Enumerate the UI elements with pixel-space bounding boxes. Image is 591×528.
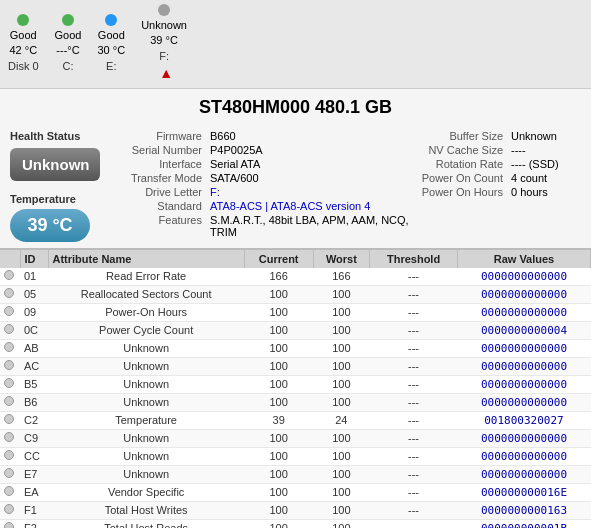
row-raw: 0000000000000 bbox=[457, 447, 590, 465]
health-section: Health Status Unknown Temperature 39 °C bbox=[10, 130, 110, 242]
key-powerhours: Power On Hours bbox=[421, 186, 511, 198]
info-row-features: Features S.M.A.R.T., 48bit LBA, APM, AAM… bbox=[120, 214, 411, 238]
row-name: Temperature bbox=[48, 411, 244, 429]
key-features: Features bbox=[120, 214, 210, 226]
row-worst: 100 bbox=[313, 303, 369, 321]
row-name: Total Host Reads bbox=[48, 519, 244, 528]
table-row: AB Unknown 100 100 --- 0000000000000 bbox=[0, 339, 591, 357]
table-row: 05 Reallocated Sectors Count 100 100 ---… bbox=[0, 285, 591, 303]
row-name: Unknown bbox=[48, 375, 244, 393]
row-threshold: --- bbox=[370, 447, 458, 465]
row-worst: 100 bbox=[313, 285, 369, 303]
disk-label-e: E: bbox=[106, 59, 116, 74]
info-row-interface: Interface Serial ATA bbox=[120, 158, 411, 170]
col-header-current: Current bbox=[244, 250, 313, 268]
health-status-badge: Unknown bbox=[10, 148, 100, 181]
table-row: F1 Total Host Writes 100 100 --- 0000000… bbox=[0, 501, 591, 519]
row-indicator bbox=[0, 321, 20, 339]
val-firmware: B660 bbox=[210, 130, 236, 142]
attributes-table-wrapper: ID Attribute Name Current Worst Threshol… bbox=[0, 248, 591, 528]
key-rotation: Rotation Rate bbox=[421, 158, 511, 170]
table-row: 0C Power Cycle Count 100 100 --- 0000000… bbox=[0, 321, 591, 339]
row-id: EA bbox=[20, 483, 48, 501]
val-buffersize: Unknown bbox=[511, 130, 557, 142]
disk-item-f[interactable]: Unknown 39 °C F: ▲ bbox=[141, 4, 187, 84]
table-header-row: ID Attribute Name Current Worst Threshol… bbox=[0, 250, 591, 268]
row-indicator bbox=[0, 483, 20, 501]
row-threshold: --- bbox=[370, 483, 458, 501]
row-indicator bbox=[0, 447, 20, 465]
row-worst: 24 bbox=[313, 411, 369, 429]
row-worst: 100 bbox=[313, 483, 369, 501]
row-raw: 000000000016E bbox=[457, 483, 590, 501]
col-header-raw: Raw Values bbox=[457, 250, 590, 268]
row-current: 100 bbox=[244, 285, 313, 303]
key-standard: Standard bbox=[120, 200, 210, 212]
disk-label-c: C: bbox=[63, 59, 74, 74]
row-threshold: --- bbox=[370, 339, 458, 357]
info-row-firmware: Firmware B660 bbox=[120, 130, 411, 142]
row-current: 100 bbox=[244, 357, 313, 375]
table-row: B6 Unknown 100 100 --- 0000000000000 bbox=[0, 393, 591, 411]
row-threshold: --- bbox=[370, 429, 458, 447]
disk-label-0: Disk 0 bbox=[8, 59, 39, 74]
row-raw: 0000000000000 bbox=[457, 303, 590, 321]
table-row: EA Vendor Specific 100 100 --- 000000000… bbox=[0, 483, 591, 501]
info-row-powercount: Power On Count 4 count bbox=[421, 172, 581, 184]
row-worst: 100 bbox=[313, 357, 369, 375]
key-interface: Interface bbox=[120, 158, 210, 170]
info-row-buffersize: Buffer Size Unknown bbox=[421, 130, 581, 142]
row-id: B6 bbox=[20, 393, 48, 411]
row-current: 100 bbox=[244, 447, 313, 465]
row-raw: 0000000000000 bbox=[457, 375, 590, 393]
row-name: Unknown bbox=[48, 429, 244, 447]
info-row-powerhours: Power On Hours 0 hours bbox=[421, 186, 581, 198]
row-indicator bbox=[0, 357, 20, 375]
val-driveletter: F: bbox=[210, 186, 220, 198]
row-current: 39 bbox=[244, 411, 313, 429]
row-indicator bbox=[0, 339, 20, 357]
row-current: 100 bbox=[244, 429, 313, 447]
row-worst: 100 bbox=[313, 375, 369, 393]
row-worst: 100 bbox=[313, 393, 369, 411]
disk-item-e[interactable]: Good 30 °C E: bbox=[97, 14, 125, 74]
row-threshold: --- bbox=[370, 321, 458, 339]
status-icon-e bbox=[105, 14, 117, 26]
row-threshold: --- bbox=[370, 501, 458, 519]
disk-temp-e: 30 °C bbox=[97, 43, 125, 58]
row-id: 09 bbox=[20, 303, 48, 321]
row-raw: 0000000000000 bbox=[457, 465, 590, 483]
info-row-driveletter: Drive Letter F: bbox=[120, 186, 411, 198]
disk-item-c[interactable]: Good ---°C C: bbox=[55, 14, 82, 74]
row-worst: 100 bbox=[313, 339, 369, 357]
row-current: 100 bbox=[244, 339, 313, 357]
row-id: F2 bbox=[20, 519, 48, 528]
top-bar: Good 42 °C Disk 0 Good ---°C C: Good 30 … bbox=[0, 0, 591, 89]
col-header-threshold: Threshold bbox=[370, 250, 458, 268]
temperature-label: Temperature bbox=[10, 193, 110, 205]
key-serial: Serial Number bbox=[120, 144, 210, 156]
row-id: C9 bbox=[20, 429, 48, 447]
row-current: 100 bbox=[244, 303, 313, 321]
row-threshold: --- bbox=[370, 285, 458, 303]
row-name: Total Host Writes bbox=[48, 501, 244, 519]
row-id: F1 bbox=[20, 501, 48, 519]
row-name: Vendor Specific bbox=[48, 483, 244, 501]
val-transfer: SATA/600 bbox=[210, 172, 259, 184]
table-row: C9 Unknown 100 100 --- 0000000000000 bbox=[0, 429, 591, 447]
row-raw: 0000000000000 bbox=[457, 268, 590, 286]
val-rotation: ---- (SSD) bbox=[511, 158, 559, 170]
warning-icon: ▲ bbox=[159, 64, 173, 84]
info-row-nvcache: NV Cache Size ---- bbox=[421, 144, 581, 156]
row-id: 0C bbox=[20, 321, 48, 339]
row-current: 100 bbox=[244, 465, 313, 483]
disk-temp-0: 42 °C bbox=[9, 43, 37, 58]
row-id: 05 bbox=[20, 285, 48, 303]
row-raw: 0000000000000 bbox=[457, 357, 590, 375]
row-id: B5 bbox=[20, 375, 48, 393]
temperature-value: 39 °C bbox=[10, 209, 90, 242]
disk-item-0[interactable]: Good 42 °C Disk 0 bbox=[8, 14, 39, 74]
table-row: 09 Power-On Hours 100 100 --- 0000000000… bbox=[0, 303, 591, 321]
row-threshold: --- bbox=[370, 303, 458, 321]
row-current: 100 bbox=[244, 519, 313, 528]
